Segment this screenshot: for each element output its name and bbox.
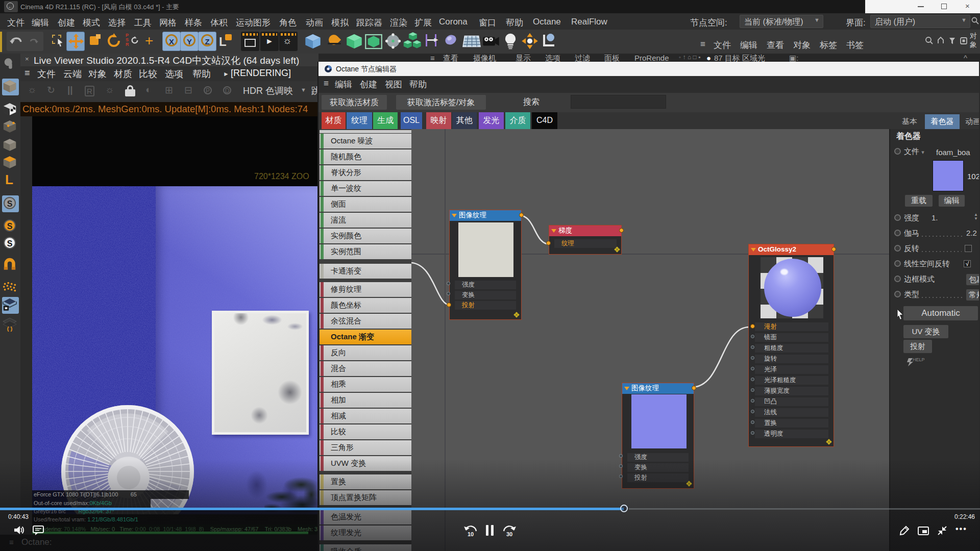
svg-text:( ): ( ): [7, 325, 13, 332]
